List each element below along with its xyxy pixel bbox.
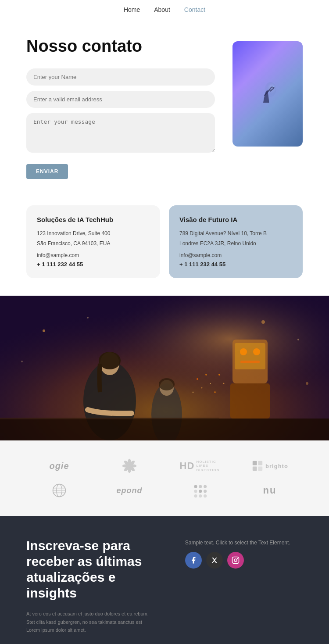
svg-point-68 <box>237 558 238 559</box>
top-nav: Home About Contact <box>0 0 329 19</box>
submit-button[interactable]: ENVIAR <box>26 164 68 179</box>
svg-rect-28 <box>230 383 270 419</box>
svg-rect-24 <box>235 343 265 369</box>
logos-section: ogie HD HOLISTICLIFESDIRE <box>0 440 329 516</box>
card1-title: Soluções de IA TechHub <box>37 216 150 223</box>
nav-home[interactable]: Home <box>124 6 140 13</box>
twitter-icon <box>211 556 218 564</box>
svg-point-32 <box>210 383 211 384</box>
contact-cards: Soluções de IA TechHub 123 Innovation Dr… <box>0 197 329 296</box>
logo-dots <box>192 483 207 498</box>
svg-point-36 <box>193 392 194 393</box>
message-field-group <box>26 113 215 154</box>
svg-point-13 <box>261 320 265 324</box>
svg-point-60 <box>194 490 197 493</box>
svg-point-25 <box>240 348 247 355</box>
dots-icon <box>192 483 207 498</box>
email-field-group <box>26 91 215 108</box>
hero-section: Nosso contato ENVIAR <box>0 19 329 197</box>
globe-icon <box>51 483 67 498</box>
logos-grid: ogie HD HOLISTICLIFESDIRE <box>26 458 303 498</box>
svg-rect-66 <box>232 557 239 564</box>
instagram-icon <box>232 556 240 564</box>
svg-point-19 <box>99 352 121 369</box>
svg-point-35 <box>197 378 198 380</box>
footer-right: Sample text. Click to select the Text El… <box>185 538 303 569</box>
svg-rect-27 <box>240 361 260 363</box>
svg-point-34 <box>201 387 203 389</box>
svg-point-58 <box>199 485 202 488</box>
logo-hd: HD HOLISTICLIFESDIRECTION <box>180 460 220 472</box>
svg-point-11 <box>43 329 45 332</box>
svg-rect-51 <box>258 466 263 471</box>
svg-point-64 <box>199 494 202 497</box>
logo-nu-text: nu <box>263 485 277 496</box>
facebook-icon <box>190 556 197 564</box>
svg-point-59 <box>204 485 207 488</box>
svg-point-22 <box>159 378 175 390</box>
card1-address2: São Francisco, CA 94103, EUA <box>37 240 150 248</box>
footer-body: At vero eos et accusam et justo duo dolo… <box>26 610 149 634</box>
card2-address1: 789 Digital Avenue? Nível 10, Torre B <box>179 229 292 238</box>
svg-point-62 <box>204 490 207 493</box>
logo-globe <box>51 483 67 498</box>
footer-section: Inscreva-se para receber as últimas atua… <box>0 516 329 644</box>
social-icons <box>185 552 303 569</box>
svg-point-33 <box>205 374 207 376</box>
name-field-group <box>26 68 215 86</box>
footer-left: Inscreva-se para receber as últimas atua… <box>26 538 168 634</box>
instagram-button[interactable] <box>227 552 244 569</box>
svg-point-67 <box>234 559 237 562</box>
footer-sample-text: Sample text. Click to select the Text El… <box>185 540 303 546</box>
scene-svg <box>0 296 329 440</box>
svg-rect-48 <box>253 461 257 465</box>
nav-about[interactable]: About <box>154 6 170 13</box>
card2-phone: + 1 111 232 44 55 <box>179 261 292 268</box>
svg-point-26 <box>253 348 260 355</box>
svg-rect-49 <box>258 461 263 465</box>
name-input[interactable] <box>26 68 215 86</box>
brighto-icon <box>251 460 264 472</box>
svg-point-15 <box>21 361 23 362</box>
fullwidth-image-section: Home About Contact <box>0 296 329 440</box>
card2-email: info@sample.com <box>179 252 292 258</box>
svg-point-61 <box>199 490 202 493</box>
logo-epond-text: epond <box>117 486 143 495</box>
svg-point-12 <box>87 317 89 318</box>
logo-nu: nu <box>263 485 277 496</box>
logo-epond: epond <box>117 486 143 495</box>
scene-illustration <box>0 296 329 440</box>
svg-point-57 <box>194 485 197 488</box>
facebook-button[interactable] <box>185 552 202 569</box>
logo-brighto: brighto <box>251 460 288 472</box>
hero-image <box>232 41 303 147</box>
card1-phone: + 1 111 232 44 55 <box>37 261 150 268</box>
card-futuro: Visão de Futuro IA 789 Digital Avenue? N… <box>169 205 303 278</box>
hero-image-container <box>232 41 303 147</box>
card2-address2: Londres EC2A 3JR, Reino Unido <box>179 240 292 248</box>
email-input[interactable] <box>26 91 215 108</box>
nav-contact[interactable]: Contact <box>184 6 205 13</box>
svg-rect-37 <box>0 419 329 440</box>
svg-point-63 <box>194 494 197 497</box>
logo-ogie: ogie <box>49 461 69 471</box>
svg-point-31 <box>214 391 216 393</box>
twitter-button[interactable] <box>206 552 223 569</box>
flower-icon <box>122 458 137 474</box>
svg-point-30 <box>223 383 225 384</box>
hero-left: Nosso contato ENVIAR <box>26 37 215 179</box>
card-techhub: Soluções de IA TechHub 123 Innovation Dr… <box>26 205 160 278</box>
svg-point-65 <box>204 494 207 497</box>
card2-title: Visão de Futuro IA <box>179 216 292 223</box>
message-input[interactable] <box>26 113 215 153</box>
svg-rect-38 <box>0 418 219 419</box>
svg-point-14 <box>297 339 299 340</box>
svg-point-16 <box>306 382 308 385</box>
card1-address1: 123 Innovation Drive, Suite 400 <box>37 229 150 238</box>
svg-point-47 <box>128 464 131 467</box>
hero-illustration <box>250 76 285 111</box>
hero-title: Nosso contato <box>26 37 215 56</box>
logo-flower <box>122 458 137 474</box>
svg-point-29 <box>218 374 220 376</box>
svg-rect-50 <box>253 466 257 471</box>
